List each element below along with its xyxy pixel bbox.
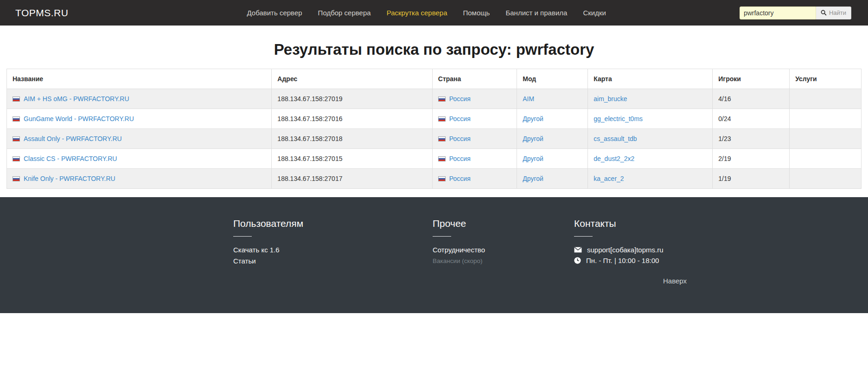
footer-link-articles[interactable]: Статьи	[233, 256, 303, 267]
footer-links-users: Скачать кс 1.6 Статьи	[233, 244, 303, 267]
search-input[interactable]	[740, 6, 816, 19]
footer-link-download-cs[interactable]: Скачать кс 1.6	[233, 244, 303, 256]
search-results-table-wrap: Название Адрес Страна Мод Карта Игроки У…	[6, 69, 862, 189]
services-cell	[790, 89, 862, 109]
server-address: 188.134.67.158:27018	[272, 129, 432, 149]
contact-hours-row: Пн. - Пт. | 10:00 - 18:00	[574, 255, 664, 266]
nav-item[interactable]: Раскрутка сервера	[387, 9, 447, 17]
column-header-name: Название	[7, 69, 272, 89]
country-link[interactable]: Россия	[449, 135, 471, 142]
search-button[interactable]: Найти	[816, 6, 851, 19]
russia-flag-icon	[13, 116, 20, 122]
server-map-cell: ka_acer_2	[588, 169, 713, 189]
server-mod-cell: Другой	[517, 169, 588, 189]
russia-flag-icon	[13, 96, 20, 102]
mod-link[interactable]: Другой	[523, 175, 543, 182]
russia-flag-icon	[438, 116, 446, 122]
mod-link[interactable]: Другой	[523, 115, 543, 122]
footer-links-other: Сотрудничество Вакансии (скоро)	[433, 244, 485, 267]
country-link[interactable]: Россия	[449, 175, 471, 182]
server-name-cell: GunGame World - PWRFACTORY.RU	[7, 109, 272, 129]
server-country-cell: Россия	[432, 169, 517, 189]
map-link[interactable]: aim_brucke	[594, 95, 627, 103]
footer-column-title: Прочее	[433, 218, 485, 229]
mod-link[interactable]: Другой	[523, 155, 543, 162]
server-country-cell: Россия	[432, 89, 517, 109]
table-row: Knife Only - PWRFACTORY.RU188.134.67.158…	[7, 169, 862, 189]
server-mod-cell: Другой	[517, 149, 588, 169]
server-address: 188.134.67.158:27019	[272, 89, 432, 109]
mod-link[interactable]: Другой	[523, 135, 543, 142]
country-link[interactable]: Россия	[449, 155, 471, 162]
nav-item[interactable]: Добавить сервер	[247, 9, 302, 17]
site-logo[interactable]: TOPMS.RU	[15, 7, 68, 19]
russia-flag-icon	[13, 136, 20, 141]
mod-link[interactable]: AIM	[523, 95, 534, 103]
server-mod-cell: Другой	[517, 109, 588, 129]
server-name-link[interactable]: GunGame World - PWRFACTORY.RU	[24, 115, 134, 122]
server-name-link[interactable]: Assault Only - PWRFACTORY.RU	[24, 135, 122, 142]
table-header-row: Название Адрес Страна Мод Карта Игроки У…	[7, 69, 862, 89]
footer-column-other: Прочее Сотрудничество Вакансии (скоро)	[433, 218, 485, 267]
table-row: GunGame World - PWRFACTORY.RU188.134.67.…	[7, 109, 862, 129]
services-cell	[790, 109, 862, 129]
table-row: Assault Only - PWRFACTORY.RU188.134.67.1…	[7, 129, 862, 149]
server-address: 188.134.67.158:27017	[272, 169, 432, 189]
russia-flag-icon	[438, 156, 446, 161]
contact-email: support[собака]topms.ru	[587, 244, 664, 255]
contact-email-row: support[собака]topms.ru	[574, 244, 664, 255]
server-mod-cell: Другой	[517, 129, 588, 149]
contact-hours: Пн. - Пт. | 10:00 - 18:00	[586, 255, 659, 266]
russia-flag-icon	[438, 96, 446, 102]
page-footer: Пользователям Скачать кс 1.6 Статьи Проч…	[0, 197, 868, 313]
search-form: Найти	[740, 6, 851, 19]
russia-flag-icon	[438, 176, 446, 181]
country-link[interactable]: Россия	[449, 95, 471, 103]
footer-link-cooperation[interactable]: Сотрудничество	[433, 244, 485, 256]
map-link[interactable]: cs_assault_tdb	[594, 135, 637, 142]
server-name-link[interactable]: Classic CS - PWRFACTORY.RU	[24, 155, 117, 162]
players-count: 0/24	[713, 109, 790, 129]
map-link[interactable]: ka_acer_2	[594, 175, 624, 182]
table-row: Classic CS - PWRFACTORY.RU188.134.67.158…	[7, 149, 862, 169]
server-name-cell: Knife Only - PWRFACTORY.RU	[7, 169, 272, 189]
column-header-country: Страна	[432, 69, 517, 89]
server-address: 188.134.67.158:27015	[272, 149, 432, 169]
footer-vacancies-muted: Вакансии (скоро)	[433, 256, 485, 267]
services-cell	[790, 169, 862, 189]
country-link[interactable]: Россия	[449, 115, 471, 122]
back-to-top-link[interactable]: Наверх	[663, 277, 687, 285]
map-link[interactable]: gg_electric_t0ms	[594, 115, 643, 122]
footer-column-title: Контакты	[574, 218, 664, 229]
footer-rule	[574, 236, 593, 237]
nav-item[interactable]: Подбор сервера	[318, 9, 371, 17]
server-map-cell: gg_electric_t0ms	[588, 109, 713, 129]
nav-item[interactable]: Скидки	[583, 9, 606, 17]
server-mod-cell: AIM	[517, 89, 588, 109]
server-country-cell: Россия	[432, 129, 517, 149]
server-address: 188.134.67.158:27016	[272, 109, 432, 129]
server-name-link[interactable]: AIM + HS oMG - PWRFACTORY.RU	[24, 95, 129, 103]
column-header-mod: Мод	[517, 69, 588, 89]
main-nav: Добавить серверПодбор сервераРаскрутка с…	[247, 9, 606, 17]
search-icon	[821, 10, 827, 16]
nav-item[interactable]: Помощь	[463, 9, 490, 17]
server-map-cell: de_dust2_2x2	[588, 149, 713, 169]
footer-rule	[433, 236, 451, 237]
column-header-map: Карта	[588, 69, 713, 89]
nav-item[interactable]: Банлист и правила	[505, 9, 567, 17]
players-count: 4/16	[713, 89, 790, 109]
server-name-cell: Assault Only - PWRFACTORY.RU	[7, 129, 272, 149]
players-count: 2/19	[713, 149, 790, 169]
server-name-link[interactable]: Knife Only - PWRFACTORY.RU	[24, 175, 115, 182]
table-row: AIM + HS oMG - PWRFACTORY.RU188.134.67.1…	[7, 89, 862, 109]
services-cell	[790, 149, 862, 169]
search-button-label: Найти	[829, 9, 846, 16]
server-name-cell: AIM + HS oMG - PWRFACTORY.RU	[7, 89, 272, 109]
footer-rule	[233, 236, 252, 237]
footer-column-users: Пользователям Скачать кс 1.6 Статьи	[233, 218, 303, 267]
footer-column-title: Пользователям	[233, 218, 303, 229]
players-count: 1/19	[713, 169, 790, 189]
map-link[interactable]: de_dust2_2x2	[594, 155, 634, 162]
footer-column-contacts: Контакты support[собака]topms.ru Пн. - П…	[574, 218, 664, 266]
